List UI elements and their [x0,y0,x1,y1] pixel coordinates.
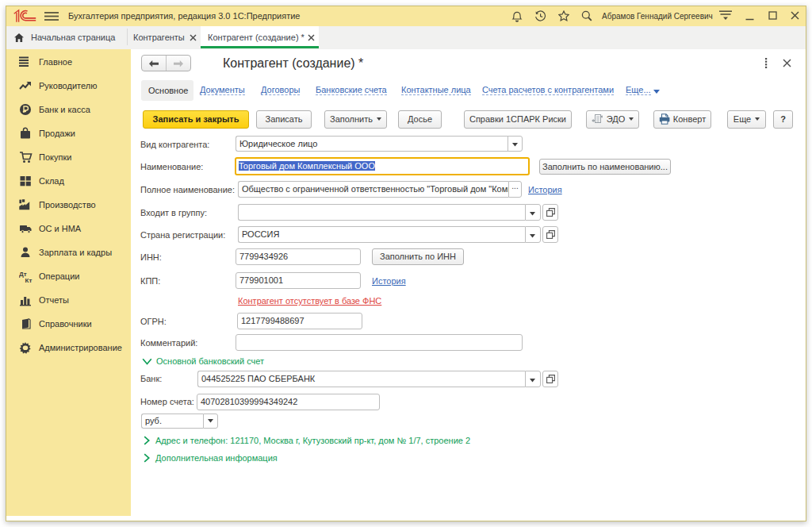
svg-text:Кт: Кт [25,277,33,283]
